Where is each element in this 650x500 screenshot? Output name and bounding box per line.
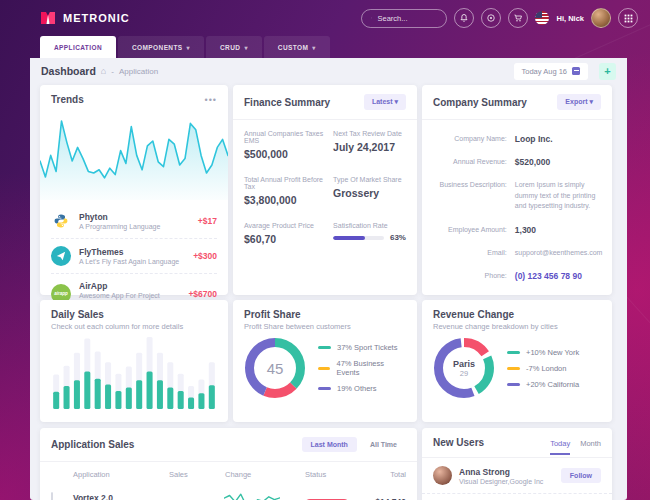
- trend-item-name: Phyton: [79, 212, 160, 222]
- logo-text: METRONIC: [63, 12, 130, 24]
- search-box[interactable]: [361, 9, 447, 28]
- user-role: Visual Designer,Google Inc: [459, 478, 543, 485]
- field-value: July 24,2017: [333, 141, 406, 153]
- field-value: $3,800,000: [244, 194, 333, 206]
- company-title: Company Summary: [433, 97, 527, 108]
- field-label: Next Tax Review Date: [333, 130, 406, 137]
- bell-icon: [459, 13, 469, 23]
- add-button[interactable]: +: [599, 63, 616, 80]
- company-label: Employee Amount:: [432, 225, 507, 235]
- trends-title: Trends: [51, 94, 84, 105]
- legend-swatch: [507, 367, 520, 370]
- apps-grid-button[interactable]: [618, 8, 638, 28]
- search-icon: [371, 14, 372, 22]
- latest-filter-button[interactable]: Latest ▾: [364, 94, 406, 110]
- company-phone[interactable]: (0) 123 456 78 90: [515, 271, 603, 281]
- user-greeting: Hi, Nick: [556, 14, 584, 23]
- notifications-button[interactable]: [454, 8, 474, 28]
- breadcrumb: Dashboard ⌂ - Application Today Aug 16 +: [30, 58, 627, 84]
- user-avatar[interactable]: [591, 8, 611, 28]
- legend-label: +10% New York: [526, 348, 579, 357]
- app-name: Vortex 2.0: [73, 493, 168, 500]
- change-sparkline: [224, 488, 280, 500]
- trends-area-chart: [40, 114, 228, 200]
- filter-last-month[interactable]: Last Month: [302, 437, 357, 452]
- language-flag-icon[interactable]: [535, 11, 549, 25]
- company-label: Annual Revenue:: [432, 157, 507, 167]
- filter-all-time[interactable]: All Time: [361, 437, 406, 452]
- new-users-card: New Users Today Month Anna Strong Visual…: [422, 428, 612, 500]
- new-users-title: New Users: [433, 437, 484, 457]
- home-icon[interactable]: ⌂: [101, 66, 106, 76]
- company-value: Lorem Ipsum is simply dummy text of the …: [515, 180, 603, 212]
- company-label: Business Description:: [432, 180, 507, 212]
- satisfaction-label: Satisfication Rate: [333, 222, 406, 229]
- revenue-change-title: Revenue Change: [433, 309, 514, 320]
- col-application: Application: [73, 470, 169, 479]
- tab-crud[interactable]: CRUD▾: [206, 36, 262, 58]
- daily-sales-subtitle: Check out each column for more details: [51, 322, 183, 331]
- trend-item-name: AirApp: [79, 281, 180, 291]
- top-header: METRONIC: [0, 0, 650, 36]
- export-button[interactable]: Export ▾: [557, 94, 601, 110]
- metronic-logo-icon: [40, 10, 56, 26]
- tab-today[interactable]: Today: [550, 439, 570, 455]
- legend-swatch: [318, 367, 330, 370]
- quick-actions-button[interactable]: [481, 8, 501, 28]
- avatar: [433, 466, 452, 485]
- table-row[interactable]: Vortex 2.0 Vortex To By Again 19,200 in …: [40, 483, 417, 500]
- chevron-down-icon: ▾: [244, 44, 247, 51]
- finance-summary-card: Finance Summary Latest ▾ Annual Companie…: [233, 85, 417, 295]
- company-value: $520,000: [515, 157, 603, 167]
- tab-application[interactable]: APPLICATION: [40, 36, 116, 58]
- application-sales-title: Application Sales: [51, 439, 134, 450]
- company-label: Email:: [432, 248, 507, 259]
- revenue-change-card: Revenue Change Revenue change breakdown …: [422, 300, 612, 422]
- profit-share-subtitle: Profit Share between customers: [244, 322, 351, 331]
- revenue-change-legend: +10% New York -7% London +20% California: [507, 348, 579, 389]
- satisfaction-pct: 63%: [390, 233, 406, 242]
- tab-custom[interactable]: CUSTOM▾: [264, 36, 330, 58]
- finance-title: Finance Summary: [244, 97, 330, 108]
- list-item: Anna Strong Visual Designer,Google Inc F…: [422, 458, 612, 494]
- paper-plane-icon: [51, 246, 71, 266]
- breadcrumb-application[interactable]: Application: [119, 67, 158, 76]
- cart-button[interactable]: [508, 8, 528, 28]
- satisfaction-progressbar: [333, 236, 384, 240]
- row-checkbox[interactable]: [51, 492, 53, 500]
- field-value: $60,70: [244, 233, 333, 245]
- trend-item-value: +$6700: [188, 289, 217, 299]
- daily-sales-bar-chart: [51, 335, 217, 409]
- list-item[interactable]: Phyton A Programming Language +$17: [51, 204, 217, 238]
- company-label: Company Name:: [432, 134, 507, 144]
- user-name: Anna Strong: [459, 467, 543, 477]
- field-label: Avarage Product Price: [244, 222, 333, 229]
- search-input[interactable]: [377, 14, 437, 23]
- tab-month[interactable]: Month: [580, 439, 601, 455]
- chevron-down-icon: ▾: [312, 44, 315, 51]
- legend-label: 37% Sport Tickets: [337, 343, 397, 352]
- date-picker-button[interactable]: Today Aug 16: [514, 63, 588, 80]
- table-header-row: Application Sales Change Status Total: [40, 462, 417, 483]
- main-nav: APPLICATION COMPONENTS▾ CRUD▾ CUSTOM▾: [40, 36, 332, 58]
- donut-center-value: 45: [267, 360, 284, 377]
- list-item: Milano Esco Product Designer, Apple Inc …: [422, 494, 612, 500]
- cart-icon: [513, 13, 523, 23]
- trends-list: Phyton A Programming Language +$17 FlyTh…: [40, 204, 228, 313]
- company-label: Phone:: [432, 271, 507, 281]
- col-sales: Sales: [169, 470, 225, 479]
- trend-item-value: +$300: [193, 251, 217, 261]
- list-item[interactable]: FlyThemes A Let's Fly Fast Again Languag…: [51, 238, 217, 273]
- col-total: Total: [377, 470, 406, 479]
- tab-components[interactable]: COMPONENTS▾: [118, 36, 204, 58]
- trend-item-desc: A Let's Fly Fast Again Language: [79, 258, 179, 265]
- follow-button[interactable]: Follow: [561, 468, 601, 483]
- daily-sales-card: Daily Sales Check out each column for mo…: [40, 300, 228, 422]
- donut-center-value: 29: [460, 369, 468, 378]
- company-value: Loop Inc.: [515, 134, 603, 144]
- calendar-icon: [572, 67, 580, 75]
- company-email[interactable]: supporot@keenthemes.com: [515, 248, 603, 259]
- more-menu-icon[interactable]: •••: [205, 95, 217, 105]
- logo[interactable]: METRONIC: [40, 10, 130, 26]
- company-summary-card: Company Summary Export ▾ Company Name:Lo…: [422, 85, 612, 295]
